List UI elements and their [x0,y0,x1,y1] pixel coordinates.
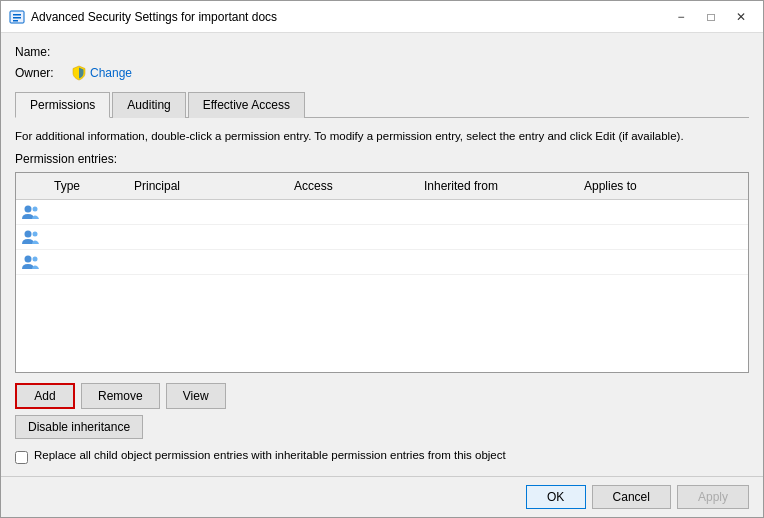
cell-applies [576,210,748,214]
owner-row: Owner: Change [15,65,749,81]
close-button[interactable]: ✕ [727,5,755,29]
permission-entries-label: Permission entries: [15,152,749,166]
col-applies-to: Applies to [576,177,748,195]
cell-inherited [416,210,576,214]
cell-access [286,210,416,214]
dialog-content: Name: Owner: Change Permissions Auditing [1,33,763,476]
svg-rect-1 [13,14,21,16]
tabs-bar: Permissions Auditing Effective Access [15,91,749,118]
minimize-button[interactable]: − [667,5,695,29]
table-row[interactable] [16,250,748,275]
col-type: Type [46,177,126,195]
maximize-button[interactable]: □ [697,5,725,29]
cell-inherited [416,235,576,239]
table-body [16,200,748,372]
change-owner-text: Change [90,66,132,80]
window-title: Advanced Security Settings for important… [31,10,667,24]
svg-rect-3 [13,20,18,22]
checkbox-label: Replace all child object permission entr… [34,449,506,461]
replace-permissions-checkbox[interactable] [15,451,28,464]
cancel-button[interactable]: Cancel [592,485,671,509]
tab-permissions[interactable]: Permissions [15,92,110,118]
checkbox-row: Replace all child object permission entr… [15,449,749,464]
table-row[interactable] [16,200,748,225]
svg-point-9 [33,257,38,262]
cell-type [46,235,126,239]
user-group-icon [21,254,41,270]
col-access: Access [286,177,416,195]
col-principal: Principal [126,177,286,195]
table-row[interactable] [16,225,748,250]
svg-point-7 [33,232,38,237]
cell-applies [576,235,748,239]
col-inherited-from: Inherited from [416,177,576,195]
cell-type [46,210,126,214]
name-label: Name: [15,45,65,59]
action-buttons: Add Remove View [15,383,749,409]
svg-rect-2 [13,17,21,19]
cell-inherited [416,260,576,264]
description-text: For additional information, double-click… [15,128,749,144]
cell-principal [126,210,286,214]
disable-inheritance-button[interactable]: Disable inheritance [15,415,143,439]
svg-point-6 [25,231,32,238]
row-icon [16,227,46,247]
user-group-icon [21,204,41,220]
cell-principal [126,260,286,264]
row-icon [16,202,46,222]
apply-button[interactable]: Apply [677,485,749,509]
shield-icon [71,65,87,81]
cell-applies [576,260,748,264]
user-group-icon [21,229,41,245]
cell-access [286,235,416,239]
change-owner-link[interactable]: Change [71,65,132,81]
disable-inheritance-row: Disable inheritance [15,415,749,439]
window-controls: − □ ✕ [667,5,755,29]
remove-button[interactable]: Remove [81,383,160,409]
row-icon [16,252,46,272]
title-bar: Advanced Security Settings for important… [1,1,763,33]
permissions-table: Type Principal Access Inherited from App… [15,172,749,373]
main-window: Advanced Security Settings for important… [0,0,764,518]
table-header: Type Principal Access Inherited from App… [16,173,748,200]
name-row: Name: [15,45,749,59]
add-button[interactable]: Add [15,383,75,409]
tab-auditing[interactable]: Auditing [112,92,185,118]
cell-access [286,260,416,264]
cell-principal [126,235,286,239]
col-icon [16,177,46,195]
ok-button[interactable]: OK [526,485,586,509]
bottom-bar: OK Cancel Apply [1,476,763,517]
svg-point-5 [33,207,38,212]
svg-point-4 [25,206,32,213]
window-icon [9,9,25,25]
cell-type [46,260,126,264]
owner-label: Owner: [15,66,65,80]
svg-point-8 [25,256,32,263]
tab-effective-access[interactable]: Effective Access [188,92,305,118]
view-button[interactable]: View [166,383,226,409]
